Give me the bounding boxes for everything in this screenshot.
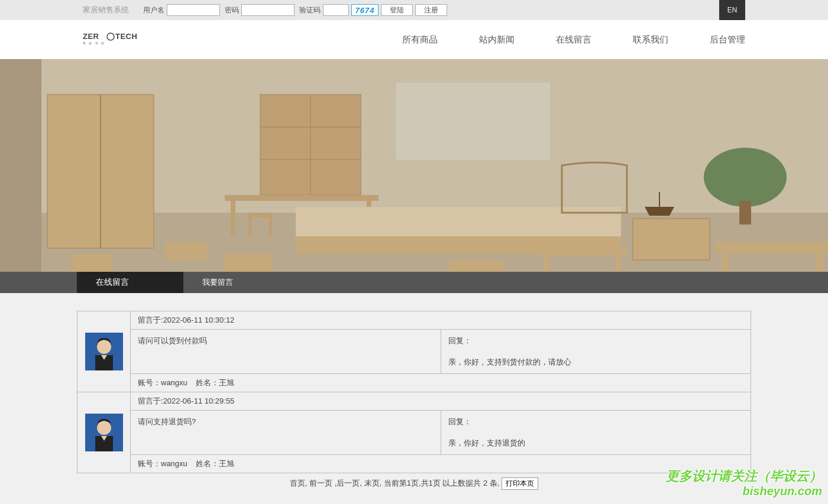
captcha-image[interactable]: 7674 xyxy=(351,4,379,16)
captcha-input[interactable] xyxy=(323,4,349,16)
svg-rect-24 xyxy=(225,254,272,272)
site-header: ZER TECH 零 度 智 控 所有商品 站内新闻 在线留言 联系我们 后台管… xyxy=(0,20,828,59)
svg-point-1 xyxy=(107,33,114,40)
svg-rect-18 xyxy=(248,217,252,236)
message-question: 请问支持退货吗? xyxy=(131,411,441,454)
svg-rect-23 xyxy=(166,242,207,260)
language-switch[interactable]: EN xyxy=(719,0,745,20)
register-button[interactable]: 注册 xyxy=(415,4,447,16)
message-row: 留言于:2022-06-11 10:30:12 请问可以货到付款吗 回复： 亲，… xyxy=(77,311,751,392)
svg-rect-26 xyxy=(633,219,710,260)
pagination: 首页, 前一页 ,后一页, 末页, 当前第1页,共1页 以上数据共 2 条, 打… xyxy=(77,473,751,504)
print-button[interactable]: 打印本页 xyxy=(502,477,538,490)
svg-rect-30 xyxy=(538,248,627,255)
svg-rect-25 xyxy=(449,260,503,272)
tab-post-message[interactable]: 我要留言 xyxy=(183,272,252,293)
svg-rect-22 xyxy=(71,254,112,272)
svg-rect-17 xyxy=(248,213,272,217)
main-nav: 所有商品 站内新闻 在线留言 联系我们 后台管理 xyxy=(402,34,745,45)
nav-online-message[interactable]: 在线留言 xyxy=(556,34,591,45)
tab-online-message[interactable]: 在线留言 xyxy=(77,272,183,293)
nav-all-products[interactable]: 所有商品 xyxy=(402,34,438,45)
zerotech-logo-icon: ZER TECH 零 度 智 控 xyxy=(83,27,172,51)
svg-point-2 xyxy=(110,32,112,34)
message-author: 账号：wangxu姓名：王旭 xyxy=(131,373,751,392)
svg-rect-7 xyxy=(0,59,41,272)
svg-point-37 xyxy=(97,340,111,354)
top-bar: 家居销售系统 用户名 密码 验证码 7674 登陆 注册 EN xyxy=(0,0,828,20)
svg-rect-34 xyxy=(739,201,751,225)
user-avatar xyxy=(85,414,123,451)
nav-contact-us[interactable]: 联系我们 xyxy=(633,34,668,45)
message-row: 留言于:2022-06-11 10:29:55 请问支持退货吗? 回复： 亲，你… xyxy=(77,392,751,473)
reply-label: 回复： xyxy=(448,417,744,427)
page-prev[interactable]: 前一页 xyxy=(309,479,332,487)
message-timestamp: 留言于:2022-06-11 10:29:55 xyxy=(131,392,751,411)
svg-text:零   度   智   控: 零 度 智 控 xyxy=(83,41,105,45)
sub-tabs-bar: 在线留言 我要留言 xyxy=(0,272,828,293)
message-timestamp: 留言于:2022-06-11 10:30:12 xyxy=(131,311,751,330)
svg-text:TECH: TECH xyxy=(115,32,137,41)
svg-rect-35 xyxy=(396,83,550,160)
nav-admin[interactable]: 后台管理 xyxy=(710,34,745,45)
watermark: 更多设计请关注（毕设云） bisheyun.com xyxy=(666,469,822,498)
svg-point-33 xyxy=(704,148,787,207)
avatar-cell xyxy=(77,311,131,392)
reply-label: 回复： xyxy=(448,336,744,346)
message-question: 请问可以货到付款吗 xyxy=(131,330,441,373)
message-author: 账号：wangxu姓名：王旭 xyxy=(131,454,751,473)
captcha-label: 验证码 xyxy=(299,5,321,15)
svg-rect-28 xyxy=(722,253,729,271)
reply-body: 亲，你好，支持到货付款的，请放心 xyxy=(448,357,744,368)
login-button[interactable]: 登陆 xyxy=(381,4,413,16)
page-last[interactable]: 末页 xyxy=(364,479,380,487)
svg-rect-15 xyxy=(231,201,235,236)
svg-rect-31 xyxy=(544,255,550,272)
password-label: 密码 xyxy=(225,5,239,15)
username-input[interactable] xyxy=(167,4,220,16)
avatar-cell xyxy=(77,392,131,473)
username-label: 用户名 xyxy=(143,5,164,15)
svg-point-39 xyxy=(97,421,111,435)
page-info: 当前第1页,共1页 以上数据共 2 条, xyxy=(384,479,500,487)
hero-banner xyxy=(0,59,828,272)
message-reply: 回复： 亲，你好，支持到货付款的，请放心 xyxy=(441,330,751,373)
svg-rect-29 xyxy=(816,253,823,271)
user-avatar xyxy=(85,333,123,370)
reply-body: 亲，你好，支持退货的 xyxy=(448,438,744,448)
logo[interactable]: ZER TECH 零 度 智 控 xyxy=(83,27,402,53)
login-form: 用户名 密码 验证码 7674 登陆 注册 xyxy=(141,4,447,16)
svg-rect-19 xyxy=(269,217,272,236)
svg-rect-14 xyxy=(225,195,379,201)
message-reply: 回复： 亲，你好，支持退货的 xyxy=(441,411,751,454)
svg-rect-32 xyxy=(615,255,621,272)
nav-site-news[interactable]: 站内新闻 xyxy=(479,34,515,45)
page-next[interactable]: 后一页 xyxy=(337,479,360,487)
svg-rect-27 xyxy=(716,242,828,253)
password-input[interactable] xyxy=(241,4,295,16)
system-name: 家居销售系统 xyxy=(83,5,129,15)
page-first[interactable]: 首页 xyxy=(290,479,305,487)
svg-text:ZER: ZER xyxy=(83,32,99,41)
